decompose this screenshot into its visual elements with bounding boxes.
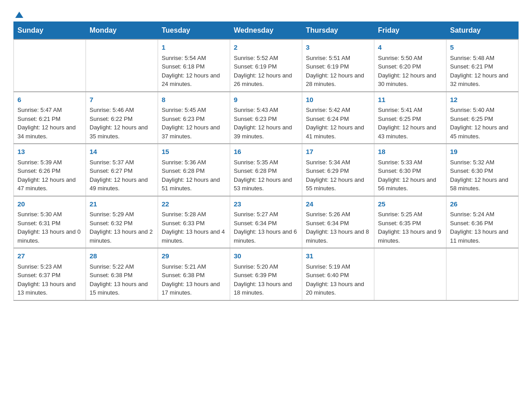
daylight-text: Daylight: 12 hours and 30 minutes. [378,71,442,89]
day-number: 14 [90,147,154,157]
daylight-text: Daylight: 12 hours and 39 minutes. [234,123,298,141]
sunset-text: Sunset: 6:34 PM [234,219,298,228]
day-number: 28 [90,251,154,261]
calendar-cell: 12Sunrise: 5:40 AMSunset: 6:25 PMDayligh… [446,92,519,144]
calendar-cell [446,248,519,300]
daylight-text: Daylight: 12 hours and 45 minutes. [450,123,515,141]
logo [13,9,24,17]
daylight-text: Daylight: 13 hours and 11 minutes. [450,227,515,245]
calendar-table: SundayMondayTuesdayWednesdayThursdayFrid… [13,21,519,301]
calendar-header-row: SundayMondayTuesdayWednesdayThursdayFrid… [14,22,519,40]
sunrise-text: Sunrise: 5:19 AM [306,262,370,271]
day-number: 29 [162,251,226,261]
col-header-sunday: Sunday [14,22,86,40]
day-number: 20 [17,199,82,210]
sunset-text: Sunset: 6:38 PM [90,271,154,280]
calendar-cell: 15Sunrise: 5:36 AMSunset: 6:28 PMDayligh… [158,144,230,196]
sunset-text: Sunset: 6:21 PM [17,115,82,124]
day-number: 21 [90,199,154,210]
sunrise-text: Sunrise: 5:43 AM [234,106,298,115]
sunrise-text: Sunrise: 5:22 AM [90,262,154,271]
daylight-text: Daylight: 13 hours and 0 minutes. [17,227,82,245]
day-number: 11 [378,95,442,105]
sunset-text: Sunset: 6:26 PM [17,167,82,176]
sunrise-text: Sunrise: 5:50 AM [378,54,442,63]
day-number: 3 [306,43,370,53]
sunset-text: Sunset: 6:18 PM [162,62,226,71]
sunset-text: Sunset: 6:28 PM [162,167,226,176]
calendar-cell: 3Sunrise: 5:51 AMSunset: 6:19 PMDaylight… [302,39,374,92]
daylight-text: Daylight: 13 hours and 6 minutes. [234,227,298,245]
calendar-cell: 9Sunrise: 5:43 AMSunset: 6:23 PMDaylight… [230,92,302,144]
col-header-thursday: Thursday [302,22,374,40]
daylight-text: Daylight: 13 hours and 2 minutes. [90,227,154,245]
daylight-text: Daylight: 12 hours and 41 minutes. [306,123,370,141]
daylight-text: Daylight: 13 hours and 17 minutes. [162,280,226,297]
day-number: 30 [234,251,298,261]
sunset-text: Sunset: 6:22 PM [90,115,154,124]
calendar-cell: 20Sunrise: 5:30 AMSunset: 6:31 PMDayligh… [14,196,86,248]
daylight-text: Daylight: 12 hours and 43 minutes. [378,123,442,141]
sunrise-text: Sunrise: 5:39 AM [17,158,82,167]
calendar-cell: 22Sunrise: 5:28 AMSunset: 6:33 PMDayligh… [158,196,230,248]
daylight-text: Daylight: 12 hours and 47 minutes. [17,176,82,193]
logo-triangle-icon [14,10,24,20]
day-number: 16 [234,147,298,157]
sunset-text: Sunset: 6:37 PM [17,271,82,280]
sunset-text: Sunset: 6:19 PM [234,62,298,71]
sunset-text: Sunset: 6:25 PM [378,115,442,124]
col-header-friday: Friday [374,22,446,40]
daylight-text: Daylight: 12 hours and 37 minutes. [162,123,226,141]
sunset-text: Sunset: 6:19 PM [306,62,370,71]
day-number: 1 [162,43,226,53]
daylight-text: Daylight: 12 hours and 26 minutes. [234,71,298,89]
calendar-cell: 16Sunrise: 5:35 AMSunset: 6:28 PMDayligh… [230,144,302,196]
sunrise-text: Sunrise: 5:30 AM [17,210,82,219]
day-number: 23 [234,199,298,210]
daylight-text: Daylight: 13 hours and 4 minutes. [162,227,226,245]
sunrise-text: Sunrise: 5:45 AM [162,106,226,115]
daylight-text: Daylight: 12 hours and 53 minutes. [234,176,298,193]
sunset-text: Sunset: 6:30 PM [450,167,515,176]
calendar-cell: 14Sunrise: 5:37 AMSunset: 6:27 PMDayligh… [86,144,158,196]
day-number: 25 [378,199,442,210]
calendar-week-row: 1Sunrise: 5:54 AMSunset: 6:18 PMDaylight… [14,39,519,92]
sunset-text: Sunset: 6:33 PM [162,219,226,228]
calendar-cell: 5Sunrise: 5:48 AMSunset: 6:21 PMDaylight… [446,39,519,92]
daylight-text: Daylight: 12 hours and 34 minutes. [17,123,82,141]
day-number: 7 [90,95,154,105]
day-number: 4 [378,43,442,53]
sunset-text: Sunset: 6:20 PM [378,62,442,71]
day-number: 10 [306,95,370,105]
sunset-text: Sunset: 6:25 PM [450,115,515,124]
day-number: 2 [234,43,298,53]
calendar-week-row: 27Sunrise: 5:23 AMSunset: 6:37 PMDayligh… [14,248,519,300]
daylight-text: Daylight: 12 hours and 24 minutes. [162,71,226,89]
day-number: 13 [17,147,82,157]
day-number: 27 [17,251,82,261]
daylight-text: Daylight: 12 hours and 58 minutes. [450,176,515,193]
daylight-text: Daylight: 12 hours and 35 minutes. [90,123,154,141]
sunset-text: Sunset: 6:35 PM [378,219,442,228]
calendar-cell: 2Sunrise: 5:52 AMSunset: 6:19 PMDaylight… [230,39,302,92]
sunset-text: Sunset: 6:31 PM [17,219,82,228]
sunrise-text: Sunrise: 5:52 AM [234,54,298,63]
calendar-cell: 10Sunrise: 5:42 AMSunset: 6:24 PMDayligh… [302,92,374,144]
calendar-cell: 26Sunrise: 5:24 AMSunset: 6:36 PMDayligh… [446,196,519,248]
daylight-text: Daylight: 12 hours and 49 minutes. [90,176,154,193]
calendar-cell: 31Sunrise: 5:19 AMSunset: 6:40 PMDayligh… [302,248,374,300]
sunset-text: Sunset: 6:21 PM [450,62,515,71]
sunrise-text: Sunrise: 5:34 AM [306,158,370,167]
daylight-text: Daylight: 13 hours and 18 minutes. [234,280,298,297]
sunset-text: Sunset: 6:34 PM [306,219,370,228]
sunset-text: Sunset: 6:36 PM [450,219,515,228]
daylight-text: Daylight: 12 hours and 28 minutes. [306,71,370,89]
calendar-week-row: 6Sunrise: 5:47 AMSunset: 6:21 PMDaylight… [14,92,519,144]
sunset-text: Sunset: 6:24 PM [306,115,370,124]
daylight-text: Daylight: 12 hours and 51 minutes. [162,176,226,193]
calendar-cell [14,39,86,92]
daylight-text: Daylight: 12 hours and 56 minutes. [378,176,442,193]
sunrise-text: Sunrise: 5:29 AM [90,210,154,219]
sunset-text: Sunset: 6:23 PM [234,115,298,124]
day-number: 22 [162,199,226,210]
